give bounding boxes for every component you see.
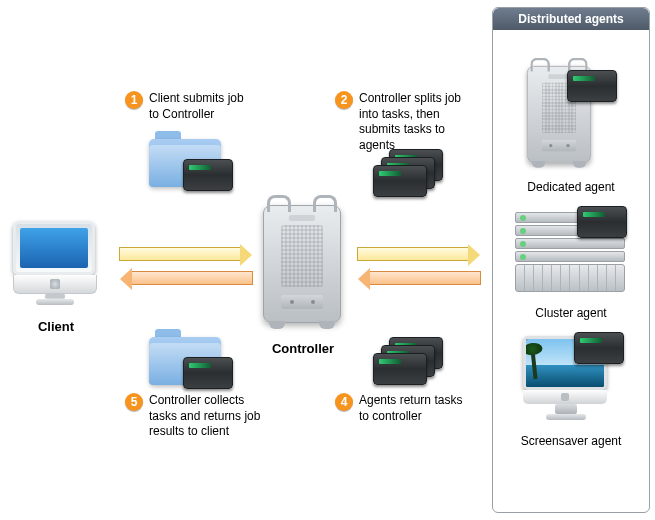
step-5-badge: 5	[125, 393, 143, 411]
step-2-text: Controller splits job into tasks, then s…	[359, 91, 475, 153]
controller-computer-icon	[263, 205, 341, 323]
arrow-agents-to-controller	[369, 271, 481, 285]
job-folder-bottom-icon	[149, 329, 221, 385]
agents-panel: Distributed agents Dedicated agent Clust…	[492, 7, 650, 513]
arrow-controller-to-client	[131, 271, 253, 285]
client-computer-icon	[11, 219, 101, 309]
job-folder-top-icon	[149, 131, 221, 187]
dedicated-agent: Dedicated agent	[493, 66, 649, 194]
arrow-client-to-controller	[119, 247, 241, 261]
dedicated-agent-label: Dedicated agent	[527, 180, 614, 194]
controller-label: Controller	[257, 341, 349, 356]
step-1-badge: 1	[125, 91, 143, 109]
tasks-returning-icon	[373, 337, 443, 387]
client-label: Client	[11, 319, 101, 334]
step-4-text: Agents return tasks to controller	[359, 393, 471, 424]
step-5: 5 Controller collects tasks and returns …	[125, 393, 275, 440]
step-1-text: Client submits job to Controller	[149, 91, 255, 122]
step-5-text: Controller collects tasks and returns jo…	[149, 393, 275, 440]
arrow-controller-to-agents	[357, 247, 469, 261]
step-2: 2 Controller splits job into tasks, then…	[335, 91, 475, 153]
agents-panel-title: Distributed agents	[493, 8, 649, 30]
tasks-outgoing-icon	[373, 149, 443, 199]
step-4: 4 Agents return tasks to controller	[335, 393, 471, 424]
step-4-badge: 4	[335, 393, 353, 411]
step-1: 1 Client submits job to Controller	[125, 91, 255, 122]
step-2-badge: 2	[335, 91, 353, 109]
cluster-agent: Cluster agent	[493, 208, 649, 320]
cluster-agent-label: Cluster agent	[535, 306, 606, 320]
screensaver-agent-label: Screensaver agent	[521, 434, 622, 448]
screensaver-agent: Screensaver agent	[493, 334, 649, 448]
